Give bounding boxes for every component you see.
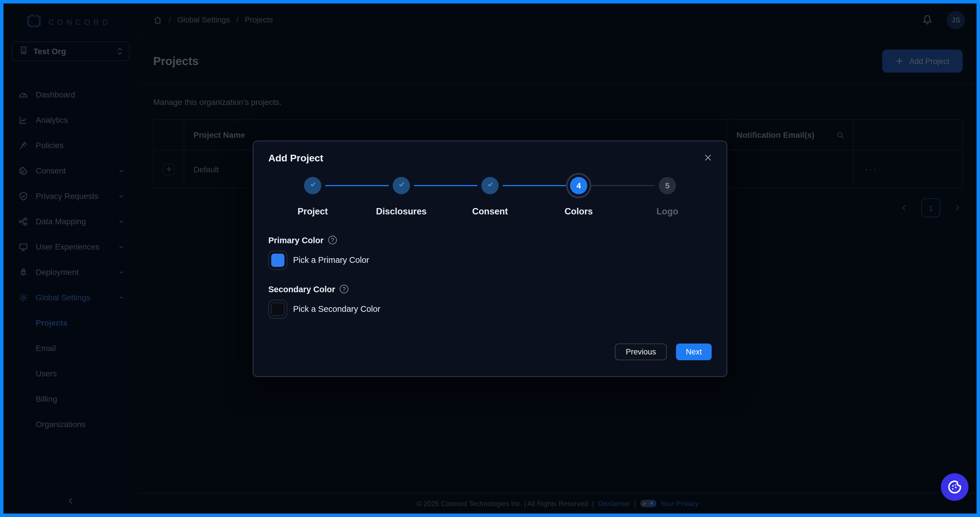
check-icon — [397, 180, 406, 191]
previous-button[interactable]: Previous — [615, 343, 667, 360]
next-button[interactable]: Next — [676, 343, 712, 360]
primary-picker-label: Pick a Primary Color — [293, 255, 369, 265]
close-icon[interactable] — [703, 152, 713, 162]
modal-title: Add Project — [268, 152, 712, 164]
cookie-icon — [946, 479, 963, 496]
help-icon[interactable] — [340, 285, 348, 294]
step-colors-circle[interactable]: 4 — [570, 177, 587, 194]
check-icon — [486, 180, 494, 191]
step-project-circle[interactable] — [304, 177, 321, 194]
secondary-picker-label: Pick a Secondary Color — [293, 304, 380, 314]
secondary-color-picker[interactable] — [268, 299, 287, 318]
cookie-consent-button[interactable] — [941, 473, 969, 501]
step-label-colors: Colors — [565, 206, 593, 216]
step-logo-circle[interactable]: 5 — [659, 177, 676, 194]
primary-color-picker[interactable] — [268, 251, 287, 270]
primary-color-swatch — [271, 253, 285, 266]
secondary-color-label: Secondary Color — [268, 284, 335, 294]
primary-color-label: Primary Color — [268, 235, 324, 245]
step-label-logo: Logo — [656, 206, 678, 216]
step-label-disclosures: Disclosures — [376, 206, 427, 216]
step-label-project: Project — [298, 206, 328, 216]
check-icon — [308, 180, 317, 191]
step-label-consent: Consent — [472, 206, 508, 216]
step-consent-circle[interactable] — [481, 177, 499, 194]
secondary-color-swatch — [271, 302, 285, 316]
app-viewport: CONCORD Test Org — [0, 0, 980, 517]
stepper: 4 5 Project Disclosures Consent Colors L… — [268, 170, 712, 226]
add-project-modal: Add Project — [253, 140, 727, 377]
help-icon[interactable] — [328, 236, 337, 244]
step-disclosures-circle[interactable] — [393, 177, 410, 194]
